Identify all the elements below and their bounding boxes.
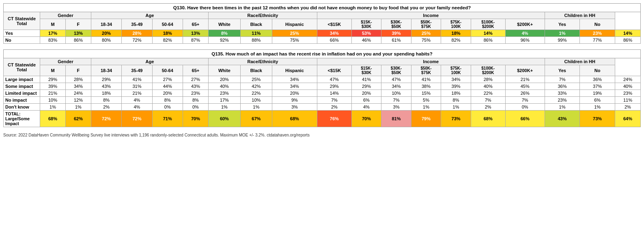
cell: 23% <box>183 90 208 97</box>
cell: 20% <box>91 30 121 37</box>
cell: 34% <box>272 83 317 90</box>
cell: 15% <box>411 90 441 97</box>
cell: 53% <box>351 30 381 37</box>
cell: 39% <box>381 30 411 37</box>
cell: 4% <box>122 104 152 111</box>
cell: 72% <box>122 111 152 127</box>
cell: 28% <box>122 30 152 37</box>
cell: 79% <box>411 111 441 127</box>
cell: 73% <box>441 111 471 127</box>
cell: 8% <box>152 97 183 104</box>
col-18-34: 18-34 <box>91 19 121 30</box>
cell: 83% <box>40 37 66 44</box>
race-header-2: Race/Ethnicity <box>208 58 317 65</box>
cell: 44% <box>152 83 183 90</box>
cell: 42% <box>240 83 272 90</box>
table-row: Don't know 1% 1% 2% 4% 0% 0% 1% 1% 3% 2%… <box>4 104 641 111</box>
cell: 28% <box>65 76 91 83</box>
col-100-200k-2: $100K-$200K <box>471 65 505 76</box>
col-50-64: 50-64 <box>152 19 183 30</box>
cell: 38% <box>411 83 441 90</box>
cell: 2% <box>317 104 352 111</box>
cell: 34% <box>65 83 91 90</box>
cell: 39% <box>40 83 66 90</box>
cell: 72% <box>91 111 121 127</box>
cell: 68% <box>40 111 66 127</box>
col-hispanic-2: Hispanic <box>272 65 317 76</box>
cell: 5% <box>411 97 441 104</box>
cell: 23% <box>615 90 640 97</box>
q130-question: Q130. Have there been times in the past … <box>4 4 641 12</box>
cell: 14% <box>615 30 640 37</box>
col-m: M <box>40 19 66 30</box>
cell: 1% <box>65 104 91 111</box>
row-total-label: TOTAL: Large/Some Impact <box>4 111 40 127</box>
table-row: Some impact 39% 34% 43% 31% 44% 43% 40% … <box>4 83 641 90</box>
cell: 70% <box>351 111 381 127</box>
cell: 29% <box>351 83 381 90</box>
col-white-2: White <box>208 65 240 76</box>
income-header: Income <box>317 12 545 19</box>
cell: 88% <box>240 37 272 44</box>
row-label-no: No <box>4 37 40 44</box>
cell: 34% <box>441 76 471 83</box>
cell: 1% <box>411 104 441 111</box>
col-18-34-2: 18-34 <box>91 65 121 76</box>
cell: 34% <box>381 83 411 90</box>
cell: 18% <box>441 90 471 97</box>
cell: 40% <box>471 83 505 90</box>
cell: 7% <box>505 97 545 104</box>
cell: 8% <box>441 97 471 104</box>
cell: 96% <box>505 37 545 44</box>
cell: 75% <box>411 37 441 44</box>
cell: 45% <box>505 83 545 90</box>
row-some-impact: Some impact <box>4 83 40 90</box>
col-no-2: No <box>580 65 615 76</box>
row-label-yes: Yes <box>4 30 40 37</box>
cell: 33% <box>545 90 580 97</box>
cell: 34% <box>272 76 317 83</box>
cell: 68% <box>272 111 317 127</box>
cell: 12% <box>65 97 91 104</box>
cell: 8% <box>91 97 121 104</box>
income-header-2: Income <box>317 58 545 65</box>
col-f-2: F <box>65 65 91 76</box>
cell: 82% <box>152 37 183 44</box>
cell: 67% <box>240 111 272 127</box>
cell: 1% <box>240 104 272 111</box>
cell: 21% <box>40 90 66 97</box>
cell: 39% <box>441 83 471 90</box>
cell: 7% <box>471 97 505 104</box>
cell: 6% <box>351 97 381 104</box>
cell: 17% <box>208 97 240 104</box>
cell: 77% <box>580 37 615 44</box>
cell: 18% <box>152 30 183 37</box>
cell: 18% <box>91 90 121 97</box>
children-header: Children in HH <box>545 12 615 19</box>
cell: 99% <box>545 37 580 44</box>
cell: 1% <box>208 104 240 111</box>
cell: 24% <box>615 76 640 83</box>
cell: 1% <box>441 104 471 111</box>
cell: 43% <box>545 111 580 127</box>
q130-table: Q130. Have there been times in the past … <box>3 3 641 44</box>
cell: 36% <box>545 83 580 90</box>
cell: 27% <box>152 76 183 83</box>
cell: 7% <box>545 76 580 83</box>
col-75-100k: $75K-100K <box>441 19 471 30</box>
cell: 4% <box>351 104 381 111</box>
cell: 10% <box>381 90 411 97</box>
cell: 10% <box>40 97 66 104</box>
col-15-30k: $15K-$30K <box>351 19 381 30</box>
cell: 81% <box>381 111 411 127</box>
cell: 21% <box>122 90 152 97</box>
cell: 20% <box>208 76 240 83</box>
cell: 23% <box>580 30 615 37</box>
source-text: Source: 2022 DataHaven Community Wellbei… <box>3 133 641 137</box>
cell: 8% <box>208 30 240 37</box>
cell: 0% <box>505 104 545 111</box>
col-50-75k: $50K-$75K <box>411 19 441 30</box>
cell: 29% <box>91 76 121 83</box>
cell: 60% <box>208 111 240 127</box>
cell: 43% <box>91 83 121 90</box>
